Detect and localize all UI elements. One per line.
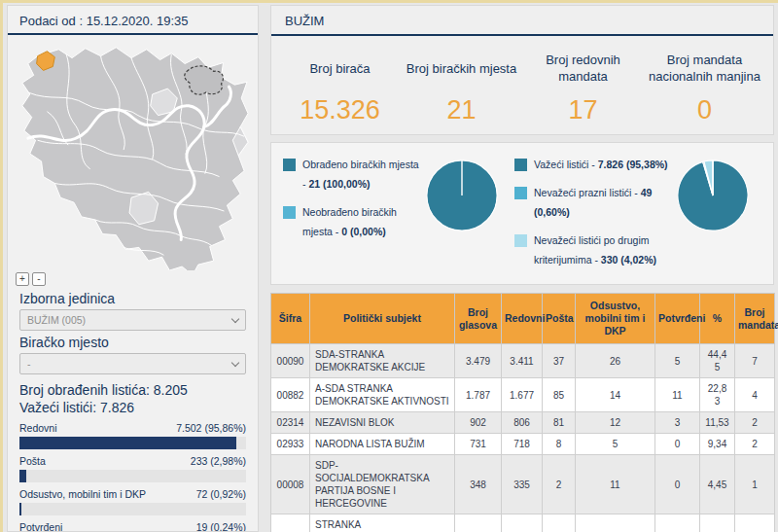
legend-swatch [283, 206, 296, 219]
stat-label: Broj mandata nacionalnih manjina [644, 41, 765, 95]
column-header: Politički subjekt [310, 294, 455, 344]
value-cell: 11 [655, 378, 700, 412]
party-name-cell: A-SDA STRANKA DEMOKRATSKE AKTIVNOSTI [310, 378, 455, 412]
value-cell: 4,45 [700, 455, 735, 514]
value-cell: 14 [576, 378, 655, 412]
value-cell: 11,53 [700, 412, 735, 434]
value-cell: 2 [543, 455, 576, 514]
stat-mandati-manjina: Broj mandata nacionalnih manjina 0 [644, 41, 765, 124]
legend-label: Nevažeći prazni listići - 49 (0,60%) [534, 184, 670, 223]
party-name-cell: NEZAVISNI BLOK [310, 412, 455, 434]
value-cell: 8 [543, 434, 576, 455]
izborna-jedinica-label: Izborna jedinica [19, 291, 246, 306]
column-header: Broj mandata [735, 294, 775, 344]
value-cell: 0 [655, 455, 700, 514]
table-header-row: ŠifraPolitički subjektBroj glasovaRedovn… [271, 294, 775, 344]
table-row: 00008SDP-SOCIJALDEMOKRATSKA PARTIJA BOSN… [271, 455, 775, 514]
value-cell: 3.411 [502, 344, 543, 378]
map-zoom-out-button[interactable]: - [32, 272, 46, 286]
pie1-legend: Obrađeno biračkih mjesta - 21 (100,00%) … [283, 156, 419, 251]
progress-bar-track [19, 437, 246, 449]
progress-bar-fill [19, 503, 21, 515]
value-cell: 5 [655, 344, 700, 378]
value-cell: 02933 [271, 434, 310, 455]
stat-label: Broj birača [309, 41, 370, 95]
value-cell: 718 [502, 434, 543, 455]
value-cell: 7 [735, 344, 775, 378]
column-header: Pošta [543, 294, 576, 344]
results-table-panel: ŠifraPolitički subjektBroj glasovaRedovn… [270, 293, 774, 532]
value-cell: 335 [502, 455, 543, 514]
value-cell: 0 [655, 514, 700, 532]
value-cell: 02314 [271, 412, 310, 434]
value-cell: 26 [576, 344, 655, 378]
value-cell: 22,83 [700, 378, 735, 412]
table-row: 02933NARODNA LISTA BUŽIM7317188509,342 [271, 434, 775, 455]
legend-label: Nevažeći listići po drugim kriterijumima… [534, 231, 670, 270]
value-cell: 1.677 [502, 378, 543, 412]
legend-label: Važeći listići - 7.826 (95,38%) [534, 156, 668, 175]
stat-value: 0 [697, 95, 712, 124]
ballot-bar-potvrdjeni: Potvrđeni 19 (0,24%) [19, 521, 246, 532]
value-cell: 4 [735, 378, 775, 412]
pie2-legend: Važeći listići - 7.826 (95,38%) Nevažeći… [514, 156, 670, 279]
value-cell: 1 [735, 514, 775, 532]
bar-value: 233 (2,98%) [191, 455, 246, 468]
municipality-stats-panel: BUŽIM Broj birača 15.326 Broj biračkih m… [270, 5, 774, 135]
value-cell: 2 [543, 514, 576, 532]
value-cell: 2 [735, 412, 775, 434]
biracko-mjesto-selected-value: - [27, 358, 31, 370]
stat-label: Broj redovnih mandata [522, 41, 644, 95]
value-cell: 2 [735, 434, 775, 455]
value-cell: 00090 [271, 344, 310, 378]
legend-item: Neobrađeno biračkih mjesta - 0 (0,00%) [283, 203, 419, 242]
processed-ballots-count: Broj obrađenih listića: 8.205 [19, 381, 246, 399]
legend-item: Važeći listići - 7.826 (95,38%) [514, 156, 670, 175]
value-cell: 265 [455, 514, 502, 532]
value-cell: 00882 [271, 378, 310, 412]
legend-swatch [514, 159, 527, 171]
bar-label: Redovni [19, 422, 57, 435]
table-row: 02314NEZAVISNI BLOK9028068112311,532 [271, 412, 775, 434]
valid-ballots-count: Važeći listići: 7.826 [19, 399, 246, 416]
legend-label: Obrađeno biračkih mjesta - 21 (100,00%) [302, 156, 419, 195]
progress-bar-fill [19, 470, 26, 482]
party-name-cell: STRANKA PENZIONERA/UMIROVLJENIKA BIH [310, 514, 455, 532]
bar-label: Pošta [19, 455, 46, 468]
progress-bar-track [19, 503, 246, 515]
value-cell: 0 [655, 434, 700, 455]
stat-redovni-mandati: Broj redovnih mandata 17 [522, 41, 644, 124]
value-cell: 259 [502, 514, 543, 532]
value-cell: 81 [543, 412, 576, 434]
value-cell: 11 [576, 455, 655, 514]
pie-chart-ballot-validity [676, 159, 750, 232]
column-header: Potvrđeni [655, 294, 700, 344]
izborna-jedinica-select[interactable]: BUŽIM (005) [19, 309, 246, 331]
legend-item: Nevažeći prazni listići - 49 (0,60%) [514, 184, 670, 223]
data-updated-label: Podaci od : 15.12.2020. 19:35 [8, 6, 258, 35]
value-cell: 348 [455, 455, 502, 514]
table-body: 00090SDA-STRANKA DEMOKRATSKE AKCIJE3.479… [271, 344, 775, 532]
legend-swatch [514, 187, 527, 199]
value-cell: 12 [576, 412, 655, 434]
column-header: Redovni [502, 294, 543, 344]
bar-value: 19 (0,24%) [196, 521, 246, 532]
column-header: Broj glasova [455, 294, 502, 344]
bar-value: 72 (0,92%) [196, 488, 246, 501]
map-zoom-controls: + - [16, 272, 258, 287]
progress-bar-fill [19, 437, 236, 449]
value-cell: 9,34 [700, 434, 735, 455]
page-left-accent-strip [0, 0, 3, 532]
bosnia-municipalities-map[interactable] [8, 35, 258, 270]
bar-label: Potvrđeni [19, 521, 62, 532]
value-cell: 731 [455, 434, 502, 455]
biracko-mjesto-select[interactable]: - [19, 353, 246, 374]
map-zoom-in-button[interactable]: + [16, 272, 29, 286]
value-cell: 85 [543, 378, 576, 412]
stat-broj-biraca: Broj birača 15.326 [279, 41, 401, 124]
chevron-down-icon [231, 315, 239, 323]
party-name-cell: SDA-STRANKA DEMOKRATSKE AKCIJE [310, 344, 455, 378]
column-header: Šifra [271, 294, 310, 344]
legend-item: Nevažeći listići po drugim kriterijumima… [514, 231, 670, 270]
stat-value: 15.326 [300, 95, 380, 124]
